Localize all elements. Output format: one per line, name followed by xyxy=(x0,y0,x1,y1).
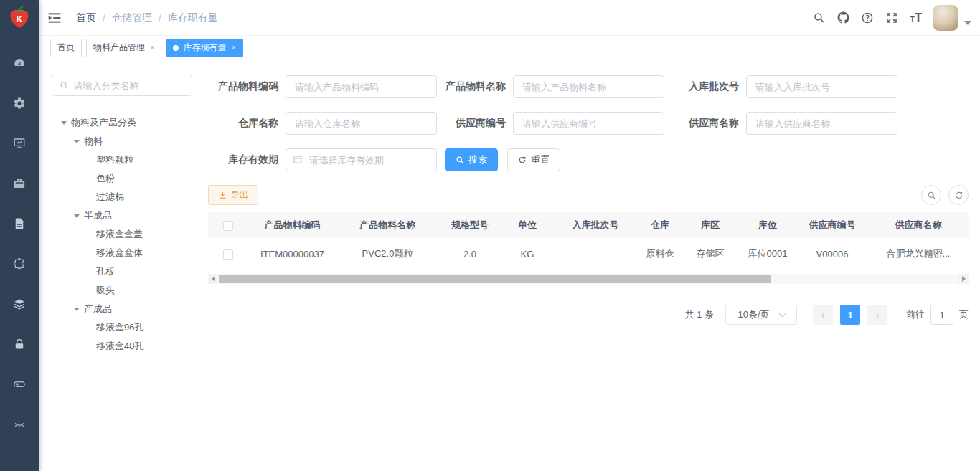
header-cell: 库位 xyxy=(739,219,796,232)
inventory-table: 产品物料编码产品物料名称规格型号单位入库批次号仓库库区库位供应商编号供应商名称I… xyxy=(208,212,969,270)
export-button[interactable]: 导出 xyxy=(208,185,258,205)
page-size-select[interactable]: 10条/页 xyxy=(725,305,797,325)
close-icon[interactable]: × xyxy=(150,44,154,52)
tree-node[interactable]: 色粉 xyxy=(52,169,202,188)
tree-node[interactable]: 产成品 xyxy=(52,300,202,318)
help-button[interactable] xyxy=(855,0,880,36)
filter-field: 仓库名称 xyxy=(208,112,445,135)
tree-expand-caret-icon[interactable] xyxy=(74,308,80,311)
table-cell: ITEM00000037 xyxy=(248,249,337,260)
tree-node[interactable]: 吸头 xyxy=(52,281,202,300)
search-button[interactable]: 搜索 xyxy=(445,148,498,171)
current-page-button[interactable]: 1 xyxy=(840,305,860,325)
tree-node[interactable]: 半成品 xyxy=(52,206,202,225)
sidebar-item-system[interactable] xyxy=(0,83,39,123)
github-link[interactable] xyxy=(831,0,855,36)
filter-input-库存有效期[interactable] xyxy=(286,148,437,171)
app-logo[interactable]: K xyxy=(0,0,39,36)
font-size-button[interactable]: TT xyxy=(904,0,928,36)
tree-node-label: 孔板 xyxy=(96,265,115,278)
header-cell: 供应商编号 xyxy=(796,219,868,232)
filter-input-供应商名称[interactable] xyxy=(746,112,897,135)
tree-node-label: 移液盒盒体 xyxy=(96,247,143,260)
pagination-total: 共 1 条 xyxy=(685,308,714,321)
top-navbar: 首页/仓储管理/库存现有量 TT xyxy=(39,0,980,36)
scroll-left-arrow[interactable] xyxy=(208,274,218,284)
filter-label: 产品物料名称 xyxy=(445,80,506,93)
tab-label: 库存现有量 xyxy=(183,42,226,54)
tab-首页[interactable]: 首页 xyxy=(50,39,82,57)
filter-input-入库批次号[interactable] xyxy=(746,75,897,98)
tree-node[interactable]: 物料及产品分类 xyxy=(52,113,202,132)
header-cell: 库区 xyxy=(682,219,739,232)
reset-button[interactable]: 重置 xyxy=(507,148,560,171)
sidebar-item-switch[interactable] xyxy=(0,364,39,404)
header-cell: 入库批次号 xyxy=(552,219,639,232)
filter-label: 供应商名称 xyxy=(678,117,739,130)
category-search-input[interactable] xyxy=(73,80,184,91)
tree-node[interactable]: 塑料颗粒 xyxy=(52,151,202,169)
sidebar-item-permissions[interactable] xyxy=(0,324,39,364)
search-icon xyxy=(927,191,936,200)
category-search-box xyxy=(52,75,192,96)
close-icon[interactable]: × xyxy=(231,44,235,52)
filter-input-产品物料名称[interactable] xyxy=(513,75,664,98)
tree-expand-caret-icon[interactable] xyxy=(61,121,67,125)
breadcrumb-item[interactable]: 首页 xyxy=(76,11,96,24)
filter-input-供应商编号[interactable] xyxy=(513,112,664,135)
tree-node[interactable]: 孔板 xyxy=(52,262,202,281)
tab-库存现有量[interactable]: 库存现有量× xyxy=(166,39,242,57)
table-cell: 合肥龙兴精密... xyxy=(868,247,969,260)
filter-input-产品物料编码[interactable] xyxy=(286,75,437,98)
tree-node[interactable]: 物料 xyxy=(52,132,202,151)
sidebar-item-documents[interactable] xyxy=(0,204,39,244)
scrollbar-thumb[interactable] xyxy=(219,275,771,283)
tree-node-label: 塑料颗粒 xyxy=(96,153,133,166)
refresh-icon xyxy=(954,191,963,200)
toggle-search-button[interactable] xyxy=(921,185,941,205)
tree-node[interactable]: 移液盒盒体 xyxy=(52,244,202,262)
table-cell: V00006 xyxy=(796,249,868,260)
tree-node[interactable]: 移液盒盒盖 xyxy=(52,225,202,244)
search-icon xyxy=(60,80,68,90)
select-all-checkbox[interactable] xyxy=(223,221,233,231)
filter-label: 产品物料编码 xyxy=(208,80,278,93)
search-icon xyxy=(456,156,464,164)
sidebar-item-dashboard[interactable] xyxy=(0,43,39,83)
scroll-right-arrow[interactable] xyxy=(958,274,969,284)
tree-expand-caret-icon[interactable] xyxy=(74,214,80,218)
row-checkbox[interactable] xyxy=(223,249,233,260)
prev-page-button[interactable]: ‹ xyxy=(813,305,833,325)
table-horizontal-scrollbar xyxy=(208,274,969,284)
breadcrumb: 首页/仓储管理/库存现有量 xyxy=(76,11,218,24)
page-size-value: 10条/页 xyxy=(738,308,769,321)
next-page-button[interactable]: › xyxy=(867,305,887,325)
tab-label: 首页 xyxy=(57,42,75,54)
goto-page-input[interactable] xyxy=(930,305,953,325)
fullscreen-button[interactable] xyxy=(880,0,904,36)
goto-unit-label: 页 xyxy=(959,308,969,321)
sidebar-item-components[interactable] xyxy=(0,244,39,284)
tree-expand-caret-icon[interactable] xyxy=(74,140,80,143)
sidebar-item-layers[interactable] xyxy=(0,284,39,324)
tree-node[interactable]: 移液盒48孔 xyxy=(52,337,202,356)
sidebar-collapse-button[interactable] xyxy=(39,0,70,36)
sidebar: K xyxy=(0,0,39,471)
sidebar-item-monitor[interactable] xyxy=(0,123,39,163)
table-header-row: 产品物料编码产品物料名称规格型号单位入库批次号仓库库区库位供应商编号供应商名称 xyxy=(208,212,969,238)
tree-node[interactable]: 移液盒96孔 xyxy=(52,318,202,337)
sidebar-item-tools[interactable] xyxy=(0,163,39,204)
tree-node[interactable]: 过滤棉 xyxy=(52,188,202,206)
filter-input-仓库名称[interactable] xyxy=(286,112,437,135)
refresh-button[interactable] xyxy=(948,185,969,205)
puzzle-icon xyxy=(13,257,26,270)
strawberry-logo-icon: K xyxy=(6,4,33,32)
filter-label: 供应商编号 xyxy=(445,117,506,130)
briefcase-icon xyxy=(13,177,26,190)
tab-物料产品管理[interactable]: 物料产品管理× xyxy=(86,39,161,57)
table-row[interactable]: ITEM00000037PVC2.0颗粒2.0KG原料仓存储区库位0001V00… xyxy=(208,238,969,270)
avatar[interactable] xyxy=(933,5,958,31)
sidebar-item-hide[interactable] xyxy=(0,404,39,444)
header-search-button[interactable] xyxy=(806,0,831,36)
user-menu-caret-icon[interactable] xyxy=(964,21,971,25)
